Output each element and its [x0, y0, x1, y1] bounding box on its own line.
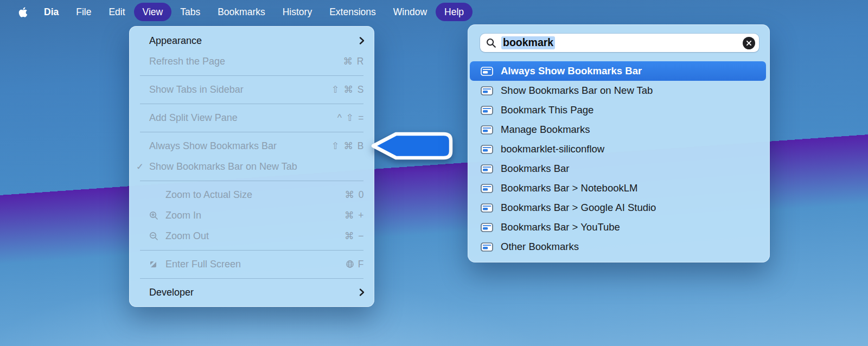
result-label: Manage Bookmarks [501, 124, 590, 136]
menu-separator [140, 278, 363, 279]
keyboard-shortcut: ^ ⇧ = [337, 112, 365, 124]
menu-bar: Dia File Edit View Tabs Bookmarks Histor… [0, 0, 868, 24]
menu-panel-icon [481, 86, 493, 95]
menu-window[interactable]: Window [385, 3, 436, 21]
shortcut-letter: F [358, 259, 365, 270]
result-label: Bookmarks Bar [501, 163, 569, 175]
menu-edit[interactable]: Edit [100, 3, 133, 21]
chevron-right-icon [359, 288, 365, 297]
menu-panel-icon [481, 242, 493, 252]
result-bookmarks-bar[interactable]: Bookmarks Bar [470, 159, 766, 178]
menu-panel-icon [481, 223, 493, 232]
menu-history[interactable]: History [274, 3, 321, 21]
menu-separator [140, 250, 363, 251]
menu-panel-icon [481, 184, 493, 193]
menu-panel-icon [481, 164, 493, 174]
menu-item-label: Add Split View Pane [149, 112, 238, 124]
help-search-field[interactable]: bookmark [480, 34, 759, 52]
menu-item-zoom-to-actual-size: Zoom to Actual Size ⌘ 0 [129, 184, 374, 205]
menu-item-label: Developer [149, 287, 194, 298]
menu-item-label: Always Show Bookmarks Bar [149, 140, 277, 152]
result-label: Bookmarks Bar > NotebookLM [501, 182, 637, 194]
enter-full-screen-icon [149, 260, 165, 268]
result-manage-bookmarks[interactable]: Manage Bookmarks [470, 120, 766, 139]
desktop-background: Dia File Edit View Tabs Bookmarks Histor… [0, 0, 868, 346]
result-bookmarks-bar-google-ai-studio[interactable]: Bookmarks Bar > Google AI Studio [470, 198, 766, 217]
checkmark-icon: ✓ [136, 162, 149, 172]
menu-panel-icon [481, 106, 493, 115]
result-bookmarklet-siliconflow[interactable]: bookmarklet-siliconflow [470, 139, 766, 159]
menu-tabs[interactable]: Tabs [171, 3, 209, 21]
view-dropdown-menu: Appearance Refresh the Page ⌘ R Show Tab… [129, 26, 374, 307]
search-results-list: Always Show Bookmarks Bar Show Bookmarks… [468, 61, 770, 257]
result-label: bookmarklet-siliconflow [501, 143, 604, 155]
keyboard-shortcut: ⌘ 0 [344, 189, 365, 201]
menu-item-add-split-view-pane: Add Split View Pane ^ ⇧ = [129, 107, 374, 128]
menu-item-label: Zoom Out [165, 230, 209, 242]
keyboard-shortcut: ⌘ − [344, 230, 365, 242]
menu-extensions[interactable]: Extensions [321, 3, 385, 21]
menu-item-label: Zoom In [165, 210, 201, 221]
chevron-right-icon [359, 36, 365, 45]
keyboard-shortcut: F [346, 259, 365, 270]
menu-item-label: Show Tabs in Sidebar [149, 84, 244, 95]
zoom-in-icon [149, 211, 165, 220]
result-bookmarks-bar-notebooklm[interactable]: Bookmarks Bar > NotebookLM [470, 178, 766, 198]
menu-item-refresh-the-page: Refresh the Page ⌘ R [129, 51, 374, 72]
menu-item-developer[interactable]: Developer [129, 282, 374, 303]
menu-file[interactable]: File [67, 3, 100, 21]
app-menu-dia[interactable]: Dia [35, 3, 67, 21]
keyboard-shortcut: ⌘ + [344, 210, 365, 221]
result-label: Show Bookmarks Bar on New Tab [501, 85, 653, 97]
menu-bookmarks[interactable]: Bookmarks [209, 3, 274, 21]
apple-menu[interactable] [11, 3, 35, 21]
result-label: Bookmarks Bar > YouTube [501, 221, 620, 233]
result-bookmark-this-page[interactable]: Bookmark This Page [470, 100, 766, 120]
menu-separator [140, 132, 363, 132]
menu-item-appearance[interactable]: Appearance [129, 30, 374, 51]
keyboard-shortcut: ⌘ R [343, 56, 365, 67]
menu-item-show-tabs-in-sidebar: Show Tabs in Sidebar ⇧ ⌘ S [129, 79, 374, 100]
close-icon [746, 40, 752, 46]
menu-panel-icon [481, 145, 493, 154]
help-search-panel: bookmark Always Show Bookmarks Bar Show … [468, 24, 770, 262]
search-input-value[interactable]: bookmark [501, 36, 555, 50]
menu-item-label: Enter Full Screen [165, 259, 241, 270]
keyboard-shortcut: ⇧ ⌘ B [331, 140, 365, 152]
left-arrow-callout [369, 128, 457, 164]
menu-view[interactable]: View [134, 3, 172, 21]
zoom-out-icon [149, 232, 165, 241]
result-label: Other Bookmarks [501, 241, 579, 253]
menu-item-zoom-in: Zoom In ⌘ + [129, 205, 374, 226]
keyboard-shortcut: ⇧ ⌘ S [331, 84, 365, 95]
menu-item-label: Appearance [149, 35, 202, 47]
menu-item-label: Show Bookmarks Bar on New Tab [149, 161, 297, 172]
menu-separator [140, 181, 363, 181]
menu-item-zoom-out: Zoom Out ⌘ − [129, 226, 374, 246]
result-other-bookmarks[interactable]: Other Bookmarks [470, 237, 766, 257]
search-icon [486, 38, 496, 48]
menu-item-enter-full-screen: Enter Full Screen F [129, 254, 374, 274]
globe-icon [346, 260, 354, 268]
menu-help[interactable]: Help [436, 3, 473, 21]
menu-item-always-show-bookmarks-bar: Always Show Bookmarks Bar ⇧ ⌘ B [129, 136, 374, 156]
menu-panel-icon [481, 67, 493, 76]
result-label: Bookmark This Page [501, 104, 593, 116]
result-label: Always Show Bookmarks Bar [501, 65, 642, 77]
result-always-show-bookmarks-bar[interactable]: Always Show Bookmarks Bar [470, 61, 766, 81]
menu-panel-icon [481, 125, 493, 134]
clear-search-button[interactable] [743, 37, 755, 49]
apple-icon [18, 7, 28, 18]
menu-item-label: Refresh the Page [149, 56, 225, 67]
result-label: Bookmarks Bar > Google AI Studio [501, 202, 656, 214]
menu-separator [140, 75, 363, 76]
menu-panel-icon [481, 203, 493, 213]
menu-item-label: Zoom to Actual Size [165, 189, 252, 201]
menu-separator [140, 104, 363, 104]
result-show-bookmarks-bar-on-new-tab[interactable]: Show Bookmarks Bar on New Tab [470, 81, 766, 100]
result-bookmarks-bar-youtube[interactable]: Bookmarks Bar > YouTube [470, 217, 766, 237]
menu-item-show-bookmarks-bar-on-new-tab: ✓ Show Bookmarks Bar on New Tab [129, 156, 374, 177]
